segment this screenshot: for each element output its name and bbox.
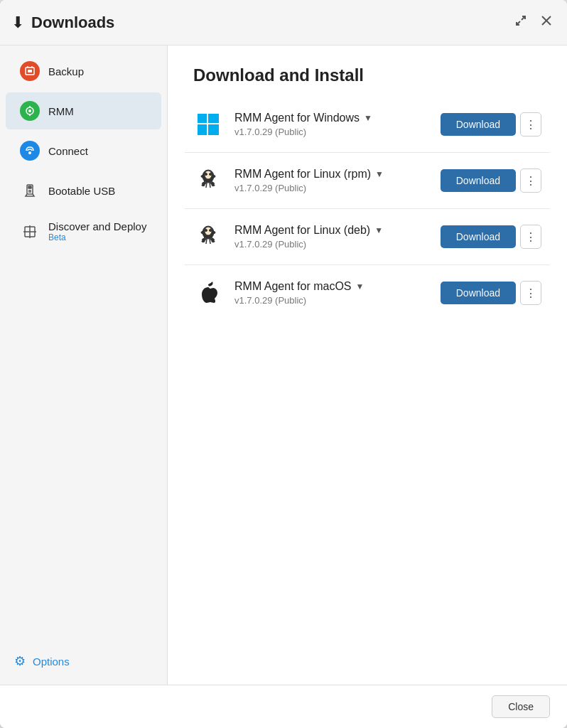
- linux-rpm-dropdown-arrow[interactable]: ▼: [375, 169, 384, 179]
- linux-rpm-item-info: RMM Agent for Linux (rpm) ▼ v1.7.0.29 (P…: [234, 168, 429, 193]
- windows-item-info: RMM Agent for Windows ▼ v1.7.0.29 (Publi…: [234, 112, 429, 137]
- macos-dropdown-arrow[interactable]: ▼: [356, 282, 364, 291]
- options-label: Options: [33, 655, 70, 668]
- rmm-label: RMM: [48, 105, 74, 117]
- macos-item-version: v1.7.0.29 (Public): [234, 295, 429, 306]
- windows-item-version: v1.7.0.29 (Public): [234, 127, 429, 137]
- svg-point-29: [205, 173, 207, 176]
- svg-point-41: [201, 176, 204, 178]
- download-item-windows: RMM Agent for Windows ▼ v1.7.0.29 (Publi…: [185, 97, 550, 153]
- windows-dropdown-arrow[interactable]: ▼: [364, 113, 372, 123]
- bootable-icon: [20, 181, 40, 200]
- download-item-macos: RMM Agent for macOS ▼ v1.7.0.29 (Public)…: [185, 265, 550, 321]
- svg-line-40: [210, 183, 210, 188]
- linux-rpm-download-button[interactable]: Download: [441, 169, 516, 192]
- macos-download-button[interactable]: Download: [441, 282, 516, 304]
- sidebar-item-discover-deploy[interactable]: Discover and Deploy Beta: [6, 212, 161, 251]
- download-item-linux-rpm: RMM Agent for Linux (rpm) ▼ v1.7.0.29 (P…: [185, 153, 550, 209]
- close-window-button[interactable]: [537, 11, 556, 33]
- sidebar-options[interactable]: ⚙ Options: [0, 643, 167, 679]
- linux-rpm-platform-icon: [193, 166, 223, 196]
- download-item-linux-deb: RMM Agent for Linux (deb) ▼ v1.7.0.29 (P…: [185, 209, 550, 265]
- footer: Close: [0, 685, 567, 728]
- windows-item-name: RMM Agent for Windows ▼: [234, 112, 429, 124]
- svg-line-39: [206, 183, 207, 188]
- macos-platform-icon: [193, 278, 223, 308]
- svg-point-58: [212, 232, 215, 234]
- linux-rpm-item-name: RMM Agent for Linux (rpm) ▼: [234, 168, 429, 181]
- linux-rpm-more-button[interactable]: ⋮: [520, 168, 541, 193]
- linux-rpm-item-actions: Download ⋮: [441, 168, 541, 193]
- svg-rect-24: [208, 114, 219, 123]
- discover-icon: [20, 222, 40, 242]
- download-list: RMM Agent for Windows ▼ v1.7.0.29 (Publi…: [168, 97, 567, 685]
- macos-more-button[interactable]: ⋮: [520, 281, 541, 305]
- linux-deb-dropdown-arrow[interactable]: ▼: [374, 225, 383, 235]
- svg-point-45: [205, 230, 207, 232]
- svg-point-54: [212, 240, 215, 242]
- svg-rect-14: [28, 186, 31, 188]
- sidebar-item-connect[interactable]: Connect: [6, 132, 161, 169]
- svg-rect-23: [198, 114, 207, 123]
- discover-deploy-beta: Beta: [48, 232, 146, 242]
- main-layout: Backup RMM: [0, 46, 567, 685]
- downloads-title-icon: ⬇: [11, 14, 24, 32]
- connect-label: Connect: [48, 145, 88, 157]
- svg-line-56: [210, 239, 210, 244]
- svg-point-38: [212, 184, 215, 186]
- linux-rpm-item-version: v1.7.0.29 (Public): [234, 183, 429, 193]
- svg-point-9: [28, 109, 31, 112]
- rmm-icon: [20, 101, 40, 121]
- svg-point-30: [210, 173, 212, 176]
- linux-deb-item-actions: Download ⋮: [441, 225, 541, 249]
- sidebar: Backup RMM: [0, 46, 168, 685]
- sidebar-item-backup[interactable]: Backup: [6, 53, 161, 90]
- close-button[interactable]: Close: [492, 695, 550, 718]
- macos-item-actions: Download ⋮: [441, 281, 541, 305]
- sidebar-item-bootable-usb[interactable]: Bootable USB: [6, 172, 161, 209]
- windows-platform-icon: [193, 109, 223, 139]
- svg-point-37: [202, 184, 205, 186]
- windows-more-button[interactable]: ⋮: [520, 112, 541, 136]
- titlebar: ⬇ Downloads: [0, 0, 567, 46]
- content-area: Download and Install RMM Ag: [168, 46, 567, 685]
- titlebar-actions: [512, 11, 556, 33]
- linux-deb-platform-icon: [193, 222, 223, 252]
- downloads-window: ⬇ Downloads: [0, 0, 567, 728]
- svg-rect-5: [28, 70, 32, 73]
- linux-deb-item-info: RMM Agent for Linux (deb) ▼ v1.7.0.29 (P…: [234, 224, 429, 250]
- options-icon: ⚙: [14, 653, 26, 669]
- content-heading: Download and Install: [168, 46, 567, 97]
- svg-rect-26: [208, 124, 219, 135]
- linux-deb-item-name: RMM Agent for Linux (deb) ▼: [234, 224, 429, 237]
- sidebar-item-rmm[interactable]: RMM: [6, 92, 161, 129]
- linux-deb-item-version: v1.7.0.29 (Public): [234, 239, 429, 250]
- svg-line-55: [206, 239, 207, 244]
- window-title: Downloads: [31, 14, 512, 32]
- bootable-usb-label: Bootable USB: [48, 185, 115, 197]
- svg-point-53: [202, 240, 205, 242]
- sidebar-spacer: [0, 252, 167, 643]
- expand-button[interactable]: [512, 11, 530, 33]
- discover-deploy-label: Discover and Deploy: [48, 220, 146, 232]
- svg-rect-25: [198, 124, 207, 135]
- windows-item-actions: Download ⋮: [441, 112, 541, 136]
- connect-icon: [20, 141, 40, 161]
- windows-download-button[interactable]: Download: [441, 113, 516, 136]
- backup-icon: [20, 61, 40, 81]
- discover-deploy-text: Discover and Deploy Beta: [48, 220, 146, 242]
- svg-point-42: [212, 176, 215, 178]
- svg-point-46: [210, 230, 212, 232]
- svg-point-12: [28, 151, 31, 154]
- linux-deb-download-button[interactable]: Download: [441, 225, 516, 248]
- svg-point-57: [201, 232, 204, 234]
- macos-item-info: RMM Agent for macOS ▼ v1.7.0.29 (Public): [234, 280, 429, 306]
- linux-deb-more-button[interactable]: ⋮: [520, 225, 541, 249]
- macos-item-name: RMM Agent for macOS ▼: [234, 280, 429, 293]
- backup-label: Backup: [48, 65, 84, 77]
